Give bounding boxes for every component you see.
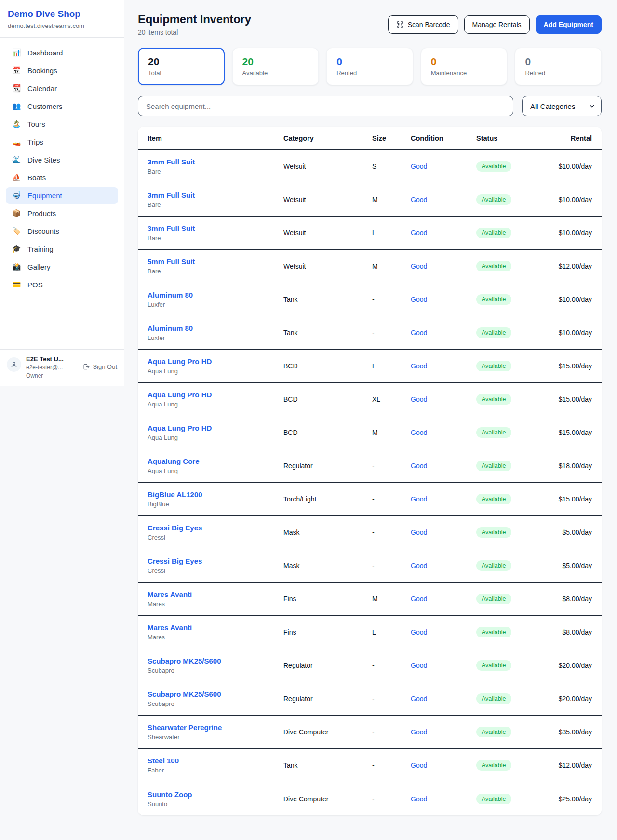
rental-cell: $8.00/day — [551, 628, 592, 636]
manage-rentals-button[interactable]: Manage Rentals — [464, 15, 530, 34]
rental-cell: $5.00/day — [551, 562, 592, 569]
condition-link[interactable]: Good — [411, 262, 427, 270]
stat-card-rented[interactable]: 0 Rented — [326, 48, 413, 85]
rental-cell: $20.00/day — [551, 662, 592, 669]
size-cell: - — [372, 296, 411, 303]
item-name-link[interactable]: Steel 100 — [148, 757, 283, 765]
item-name-link[interactable]: Cressi Big Eyes — [148, 557, 283, 565]
item-name-link[interactable]: BigBlue AL1200 — [148, 490, 283, 499]
scan-barcode-button[interactable]: Scan Barcode — [388, 15, 458, 34]
condition-link[interactable]: Good — [411, 395, 427, 403]
sidebar-item-dive-sites[interactable]: 🌊 Dive Sites — [6, 151, 118, 168]
condition-link[interactable]: Good — [411, 528, 427, 536]
condition-link[interactable]: Good — [411, 562, 427, 569]
condition-link[interactable]: Good — [411, 695, 427, 703]
item-name-link[interactable]: Mares Avanti — [148, 590, 283, 598]
stat-card-available[interactable]: 20 Available — [232, 48, 319, 85]
chevron-down-icon — [589, 103, 595, 109]
rental-cell: $15.00/day — [551, 395, 592, 403]
sidebar-item-pos[interactable]: 💳 POS — [6, 276, 118, 293]
item-name-link[interactable]: Aqua Lung Pro HD — [148, 424, 283, 432]
condition-link[interactable]: Good — [411, 628, 427, 636]
search-input[interactable] — [138, 96, 513, 116]
item-brand: Cressi — [148, 567, 283, 574]
item-brand: Bare — [148, 168, 283, 175]
table-row: Cressi Big Eyes Cressi Mask - Good Avail… — [138, 516, 602, 549]
category-cell: Tank — [283, 761, 372, 769]
condition-cell: Good — [411, 229, 476, 237]
sidebar-item-products[interactable]: 📦 Products — [6, 205, 118, 222]
sidebar-item-calendar[interactable]: 📆 Calendar — [6, 80, 118, 97]
column-header-size: Size — [372, 135, 411, 142]
sign-out-button[interactable]: Sign Out — [82, 363, 117, 370]
item-brand: Aqua Lung — [148, 401, 283, 408]
condition-link[interactable]: Good — [411, 595, 427, 603]
condition-link[interactable]: Good — [411, 761, 427, 769]
stat-card-total[interactable]: 20 Total — [138, 48, 225, 85]
sidebar-item-bookings[interactable]: 📅 Bookings — [6, 62, 118, 79]
condition-link[interactable]: Good — [411, 462, 427, 470]
size-cell: - — [372, 728, 411, 736]
size-cell: L — [372, 362, 411, 370]
item-name-link[interactable]: Aqua Lung Pro HD — [148, 357, 283, 366]
item-name-link[interactable]: Suunto Zoop — [148, 790, 283, 799]
item-name-link[interactable]: Mares Avanti — [148, 623, 283, 632]
sign-out-label: Sign Out — [93, 363, 117, 370]
condition-link[interactable]: Good — [411, 329, 427, 337]
condition-link[interactable]: Good — [411, 196, 427, 203]
condition-link[interactable]: Good — [411, 728, 427, 736]
user-role: Owner — [26, 372, 78, 379]
size-cell: - — [372, 695, 411, 703]
nav-item-label: Training — [27, 245, 54, 253]
sidebar-item-equipment[interactable]: 🤿 Equipment — [6, 187, 118, 204]
sidebar-item-tours[interactable]: 🏝️ Tours — [6, 116, 118, 133]
item-name-link[interactable]: Scubapro MK25/S600 — [148, 690, 283, 698]
status-badge: Available — [476, 693, 511, 704]
condition-link[interactable]: Good — [411, 495, 427, 503]
condition-cell: Good — [411, 195, 476, 204]
size-cell: XL — [372, 395, 411, 403]
item-name-link[interactable]: Scubapro MK25/S600 — [148, 657, 283, 665]
stat-card-maintenance[interactable]: 0 Maintenance — [421, 48, 508, 85]
item-name-link[interactable]: Aluminum 80 — [148, 291, 283, 299]
user-email: e2e-tester@... — [26, 364, 78, 371]
sidebar-item-discounts[interactable]: 🏷️ Discounts — [6, 223, 118, 240]
item-name-link[interactable]: 3mm Full Suit — [148, 158, 283, 166]
filter-bar: All Categories — [138, 96, 602, 116]
size-cell: - — [372, 761, 411, 769]
condition-link[interactable]: Good — [411, 662, 427, 669]
category-cell: Wetsuit — [283, 229, 372, 237]
condition-link[interactable]: Good — [411, 163, 427, 170]
nav-item-label: Equipment — [27, 191, 62, 200]
item-cell: Scubapro MK25/S600 Scubapro — [148, 657, 283, 674]
category-cell: Tank — [283, 296, 372, 303]
item-name-link[interactable]: Shearwater Peregrine — [148, 723, 283, 732]
sidebar-item-customers[interactable]: 👥 Customers — [6, 98, 118, 115]
item-name-link[interactable]: 3mm Full Suit — [148, 224, 283, 232]
item-name-link[interactable]: 5mm Full Suit — [148, 257, 283, 266]
stat-card-retired[interactable]: 0 Retired — [515, 48, 602, 85]
item-name-link[interactable]: Aluminum 80 — [148, 324, 283, 332]
item-name-link[interactable]: Cressi Big Eyes — [148, 524, 283, 532]
condition-cell: Good — [411, 728, 476, 736]
nav-item-label: Gallery — [27, 263, 51, 271]
item-name-link[interactable]: Aqua Lung Pro HD — [148, 391, 283, 399]
item-brand: Scubapro — [148, 700, 283, 707]
sidebar-item-training[interactable]: 🎓 Training — [6, 241, 118, 257]
sidebar-item-boats[interactable]: ⛵ Boats — [6, 169, 118, 186]
condition-link[interactable]: Good — [411, 296, 427, 303]
table-row: Scubapro MK25/S600 Scubapro Regulator - … — [138, 649, 602, 682]
category-select[interactable]: All Categories — [522, 96, 602, 116]
person-icon — [10, 361, 18, 368]
condition-link[interactable]: Good — [411, 429, 427, 436]
column-header-status: Status — [476, 135, 551, 142]
condition-link[interactable]: Good — [411, 795, 427, 803]
item-name-link[interactable]: Aqualung Core — [148, 457, 283, 465]
sidebar-item-gallery[interactable]: 📸 Gallery — [6, 258, 118, 275]
item-name-link[interactable]: 3mm Full Suit — [148, 191, 283, 199]
condition-link[interactable]: Good — [411, 229, 427, 237]
sidebar-item-trips[interactable]: 🚤 Trips — [6, 134, 118, 150]
sidebar-item-dashboard[interactable]: 📊 Dashboard — [6, 44, 118, 61]
add-equipment-button[interactable]: Add Equipment — [536, 15, 602, 34]
condition-link[interactable]: Good — [411, 362, 427, 370]
